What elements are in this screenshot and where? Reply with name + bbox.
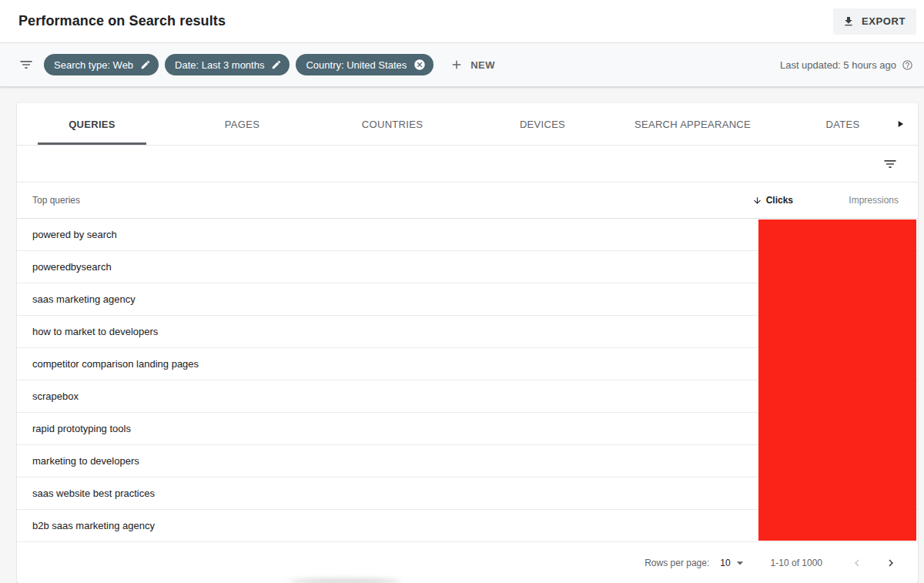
query-cell: saas website best practices (32, 488, 155, 499)
filter-chip-label: Country: United States (306, 59, 407, 71)
filter-chips: Search type: Web Date: Last 3 months Cou… (44, 54, 434, 75)
performance-table-card: QUERIES PAGES COUNTRIES DEVICES SEARCH A… (17, 103, 918, 583)
tab-label: COUNTRIES (362, 119, 423, 130)
page-title: Performance on Search results (18, 13, 226, 29)
tab-label: DATES (826, 119, 860, 130)
query-cell: scrapebox (32, 390, 79, 402)
last-updated-text: Last updated: 5 hours ago (780, 59, 896, 71)
next-page-button[interactable] (881, 553, 901, 573)
tab-search-appearance[interactable]: SEARCH APPEARANCE (618, 103, 768, 145)
redacted-metrics-block (758, 219, 916, 541)
tabs-overflow-arrow-icon[interactable] (895, 103, 906, 145)
edit-pencil-icon[interactable] (271, 59, 282, 70)
tab-label: DEVICES (520, 119, 565, 130)
chevron-down-icon (732, 555, 748, 571)
query-cell: rapid prototyping tools (32, 423, 131, 434)
download-icon (842, 15, 855, 28)
filter-chip-label: Date: Last 3 months (175, 59, 264, 71)
tab-bar: QUERIES PAGES COUNTRIES DEVICES SEARCH A… (17, 103, 918, 146)
tab-devices[interactable]: DEVICES (467, 103, 618, 145)
rows-per-page-value: 10 (720, 558, 730, 568)
impressions-header[interactable]: Impressions (849, 195, 899, 206)
export-button[interactable]: EXPORT (833, 8, 916, 35)
export-button-label: EXPORT (862, 15, 906, 27)
query-cell: competitor comparison landing pages (32, 358, 199, 370)
filter-chip-label: Search type: Web (54, 59, 133, 71)
table-filter-list-icon[interactable] (882, 156, 898, 172)
tab-label: SEARCH APPEARANCE (634, 119, 751, 130)
tab-queries[interactable]: QUERIES (17, 103, 167, 145)
table-filter-row (17, 146, 918, 183)
filter-list-icon[interactable] (18, 57, 34, 72)
plus-icon (450, 58, 464, 72)
clicks-header-label: Clicks (766, 195, 793, 206)
query-cell: b2b saas marketing agency (32, 520, 155, 531)
active-tab-underline (38, 142, 146, 145)
arrow-down-icon (752, 196, 762, 206)
pagination-range: 1-10 of 1000 (771, 558, 822, 568)
filter-bar: Search type: Web Date: Last 3 months Cou… (0, 43, 924, 87)
remove-circle-icon[interactable] (413, 59, 426, 71)
query-cell: powered by search (32, 229, 117, 240)
query-cell: poweredbysearch (32, 261, 112, 273)
clicks-header[interactable]: Clicks (752, 195, 793, 206)
top-queries-header[interactable]: Top queries (32, 195, 80, 206)
help-circle-icon[interactable] (902, 59, 913, 71)
query-cell: how to market to developers (32, 326, 158, 337)
query-cell: saas marketing agency (32, 293, 136, 305)
next-card-top-shadow (289, 578, 400, 583)
tab-label: PAGES (225, 119, 259, 130)
rows-per-page-label: Rows per page: (644, 558, 709, 568)
edit-pencil-icon[interactable] (140, 59, 151, 70)
last-updated: Last updated: 5 hours ago (780, 59, 913, 71)
filter-chip-date[interactable]: Date: Last 3 months (165, 54, 290, 75)
filter-chip-search-type[interactable]: Search type: Web (44, 54, 159, 75)
new-filter-label: NEW (470, 59, 495, 71)
tab-countries[interactable]: COUNTRIES (317, 103, 467, 145)
rows-per-page-select[interactable]: 10 (720, 555, 747, 571)
pagination-bar: Rows per page: 10 1-10 of 1000 (17, 542, 918, 583)
page-header: Performance on Search results EXPORT (0, 0, 924, 43)
prev-page-button[interactable] (847, 553, 867, 573)
tab-label: QUERIES (69, 119, 116, 130)
table-header-row: Top queries Clicks Impressions (17, 183, 918, 219)
query-cell: marketing to developers (32, 455, 139, 467)
new-filter-button[interactable]: NEW (450, 58, 495, 72)
tab-pages[interactable]: PAGES (167, 103, 317, 145)
filter-chip-country[interactable]: Country: United States (296, 54, 434, 75)
